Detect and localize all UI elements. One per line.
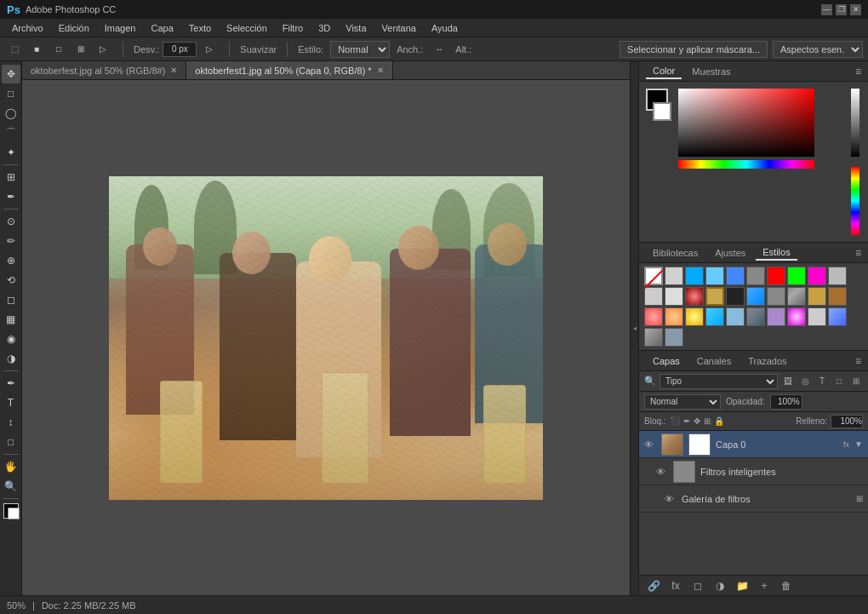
options-arrow-btn[interactable]: ▷ xyxy=(200,40,219,59)
style-28[interactable] xyxy=(808,307,826,326)
tool-lasso[interactable]: ⌒ xyxy=(2,123,20,142)
style-27[interactable] xyxy=(787,307,806,326)
tab-1[interactable]: oktoberfest1.jpg al 50% (Capa 0, RGB/8) … xyxy=(186,61,392,79)
style-5[interactable] xyxy=(746,267,765,285)
options-selection-btn1[interactable]: ⬚ xyxy=(5,40,24,59)
style-8[interactable] xyxy=(808,267,826,285)
tool-history-brush[interactable]: ⟲ xyxy=(2,271,20,290)
style-none[interactable] xyxy=(644,267,663,285)
menu-vista[interactable]: Vista xyxy=(339,21,373,35)
trazados-tab[interactable]: Trazados xyxy=(741,354,793,368)
estilos-tab[interactable]: Estilos xyxy=(756,245,797,261)
canvas-image[interactable] xyxy=(109,176,543,500)
tool-text[interactable]: T xyxy=(2,393,20,412)
menu-ventana[interactable]: Ventana xyxy=(375,21,423,35)
style-24[interactable] xyxy=(726,307,745,326)
menu-selección[interactable]: Selección xyxy=(220,21,274,35)
style-1[interactable] xyxy=(665,267,683,285)
tab-0-close[interactable]: ✕ xyxy=(170,66,177,75)
desv-input[interactable] xyxy=(163,42,197,57)
tool-brush[interactable]: ✏ xyxy=(2,232,20,250)
layer-0-expand[interactable]: ▼ xyxy=(854,439,863,449)
style-26[interactable] xyxy=(767,307,785,326)
bg-swatch[interactable] xyxy=(653,102,671,121)
tool-dodge[interactable]: ◑ xyxy=(2,349,20,368)
tool-marquee-ellipse[interactable]: ◯ xyxy=(2,104,20,123)
layer-fx-btn[interactable]: fx xyxy=(668,578,683,594)
style-3[interactable] xyxy=(705,267,724,285)
estilo-dropdown[interactable]: Normal xyxy=(330,41,390,58)
style-19[interactable] xyxy=(828,287,847,306)
fill-input[interactable] xyxy=(831,415,863,428)
bg-color-swatch[interactable] xyxy=(8,508,20,519)
style-20[interactable] xyxy=(644,307,663,326)
tool-eraser[interactable]: ◻ xyxy=(2,290,20,309)
layers-panel-menu[interactable]: ≡ xyxy=(855,355,861,367)
layer-smart-visibility[interactable]: 👁 xyxy=(656,467,668,477)
hue-side-bar[interactable] xyxy=(851,167,859,235)
lock-position-icon[interactable]: ✥ xyxy=(694,416,700,426)
tool-blur[interactable]: ◉ xyxy=(2,330,20,348)
width-unit-btn[interactable]: ↔ xyxy=(430,40,448,59)
tool-pen[interactable]: ✒ xyxy=(2,374,20,393)
color-tab[interactable]: Color xyxy=(646,64,682,79)
tool-shape[interactable]: □ xyxy=(2,433,20,451)
color-panel-menu[interactable]: ≡ xyxy=(855,66,861,77)
style-4[interactable] xyxy=(726,267,745,285)
menu-texto[interactable]: Texto xyxy=(182,21,218,35)
style-6[interactable] xyxy=(767,267,785,285)
options-selection-btn4[interactable]: ⊞ xyxy=(71,40,90,59)
menu-filtro[interactable]: Filtro xyxy=(276,21,310,35)
layer-0-visibility[interactable]: 👁 xyxy=(644,439,656,450)
menu-archivo[interactable]: Archivo xyxy=(5,21,50,35)
lock-transparency-icon[interactable]: ⬛ xyxy=(670,416,680,426)
style-30[interactable] xyxy=(644,328,663,347)
style-15[interactable] xyxy=(746,287,765,306)
filter-icon-shape[interactable]: □ xyxy=(832,375,846,388)
layer-new-btn[interactable]: + xyxy=(757,578,772,594)
layer-delete-btn[interactable]: 🗑 xyxy=(779,578,794,594)
tool-move[interactable]: ✥ xyxy=(2,65,20,83)
capas-tab[interactable]: Capas xyxy=(646,354,687,368)
lock-artboard-icon[interactable]: ⊞ xyxy=(704,416,711,426)
blend-mode-select[interactable]: Normal xyxy=(644,394,721,410)
canales-tab[interactable]: Canales xyxy=(690,354,738,368)
options-selection-btn5[interactable]: ▷ xyxy=(94,40,112,59)
tool-magic-wand[interactable]: ✦ xyxy=(2,143,20,162)
window-controls[interactable]: — ❐ ✕ xyxy=(821,4,861,15)
muestras-tab[interactable]: Muestras xyxy=(685,65,737,78)
lock-all-icon[interactable]: 🔒 xyxy=(714,416,724,426)
style-9[interactable] xyxy=(828,267,847,285)
style-2[interactable] xyxy=(685,267,704,285)
style-23[interactable] xyxy=(705,307,724,326)
style-16[interactable] xyxy=(767,287,785,306)
menu-imagen[interactable]: Imagen xyxy=(98,21,143,35)
filter-icon-adjust[interactable]: ◎ xyxy=(798,375,812,388)
style-7[interactable] xyxy=(787,267,806,285)
styles-panel-menu[interactable]: ≡ xyxy=(855,247,861,259)
style-18[interactable] xyxy=(808,287,826,306)
tab-0[interactable]: oktoberfest.jpg al 50% (RGB/8#) ✕ xyxy=(22,61,186,79)
color-spectrum[interactable] xyxy=(678,89,814,157)
filter-type-select[interactable]: Tipo xyxy=(660,374,778,389)
style-11[interactable] xyxy=(665,287,683,306)
layer-filter-visibility[interactable]: 👁 xyxy=(665,494,677,504)
value-bar[interactable] xyxy=(851,89,859,157)
tab-1-close[interactable]: ✕ xyxy=(377,66,384,75)
menu-edición[interactable]: Edición xyxy=(52,21,96,35)
style-29[interactable] xyxy=(828,307,847,326)
mask-button[interactable]: Seleccionar y aplicar máscara... xyxy=(620,41,768,58)
layer-link-btn[interactable]: 🔗 xyxy=(646,578,661,594)
lock-image-icon[interactable]: ✒ xyxy=(683,416,690,426)
layer-filter-options[interactable]: ⊞ xyxy=(856,494,863,503)
tool-path[interactable]: ↕ xyxy=(2,413,20,432)
minimize-button[interactable]: — xyxy=(821,4,832,15)
maximize-button[interactable]: ❐ xyxy=(836,4,847,15)
layer-item-smart[interactable]: 👁 Filtros inteligentes xyxy=(639,458,868,485)
opacity-input[interactable] xyxy=(770,394,802,410)
filter-icon-text[interactable]: T xyxy=(815,375,829,388)
layer-group-btn[interactable]: 📁 xyxy=(734,578,750,594)
essentials-dropdown[interactable]: Aspectos esen. xyxy=(773,41,863,58)
options-selection-btn2[interactable]: ■ xyxy=(27,40,46,59)
style-12[interactable] xyxy=(685,287,704,306)
